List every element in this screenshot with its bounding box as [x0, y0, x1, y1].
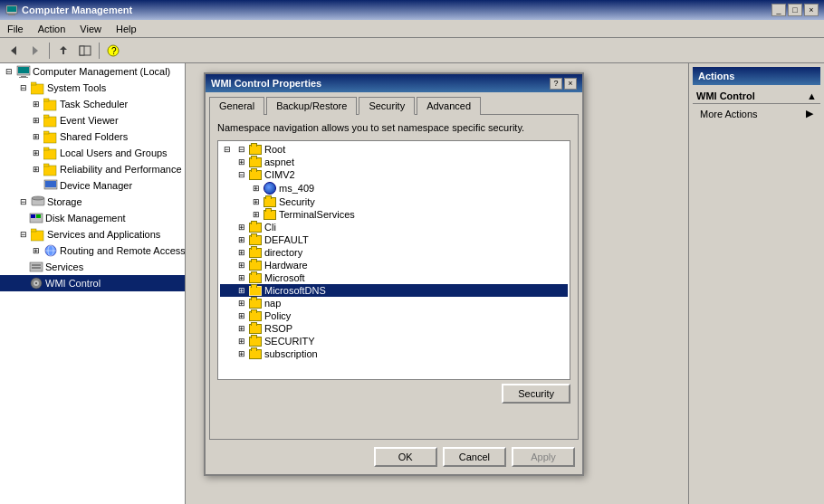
- ns-item-aspnet[interactable]: ⊞ aspnet: [220, 156, 568, 168]
- tree-routing[interactable]: ⊞ Routing and Remote Access: [0, 242, 185, 259]
- menu-help[interactable]: Help: [109, 22, 144, 36]
- ns-item-microsoftdns[interactable]: ⊞ MicrosoftDNS: [220, 284, 568, 297]
- services-label: Services: [45, 262, 83, 272]
- services-apps-expand[interactable]: ⊟: [16, 227, 31, 242]
- tree-event-viewer[interactable]: ⊞ Event Viewer: [0, 112, 185, 128]
- services-icon: [29, 260, 43, 274]
- tabs-container: General Backup/Restore Security Advanced: [206, 92, 582, 114]
- ns-folder-policy: [249, 311, 262, 321]
- tab-advanced[interactable]: Advanced: [417, 97, 481, 115]
- tree-task-scheduler[interactable]: ⊞ Task Scheduler: [0, 96, 185, 112]
- main-layout: ⊟ Computer Management (Local) ⊟ System T…: [0, 63, 824, 504]
- tree-local-users[interactable]: ⊞ Local Users and Groups: [0, 145, 185, 161]
- ns-item-security-root[interactable]: ⊞ SECURITY: [220, 335, 568, 347]
- tree-services-apps[interactable]: ⊟ Services and Applications: [0, 226, 185, 242]
- menu-view[interactable]: View: [72, 22, 109, 36]
- disk-management-label: Disk Management: [45, 213, 126, 223]
- maximize-button[interactable]: □: [788, 4, 802, 16]
- more-actions-item[interactable]: More Actions ▶: [693, 106, 820, 121]
- reliability-expand[interactable]: ⊞: [29, 162, 43, 176]
- ns-item-hardware[interactable]: ⊞ Hardware: [220, 259, 568, 271]
- svg-rect-18: [43, 100, 56, 110]
- tree-root[interactable]: ⊟ Computer Management (Local): [0, 63, 185, 80]
- menu-action[interactable]: Action: [31, 22, 73, 36]
- ns-folder-subscription: [249, 349, 262, 359]
- more-actions-arrow: ▶: [806, 108, 813, 119]
- ns-item-terminalservices[interactable]: ⊞ TerminalServices: [220, 208, 568, 221]
- tab-security[interactable]: Security: [359, 97, 415, 115]
- minimize-button[interactable]: _: [771, 4, 786, 16]
- ns-folder-cimv2: [249, 170, 262, 180]
- forward-button[interactable]: [25, 41, 45, 61]
- tree-shared-folders[interactable]: ⊞ Shared Folders: [0, 128, 185, 145]
- tree-system-tools[interactable]: ⊟ System Tools: [0, 80, 185, 96]
- back-button[interactable]: [4, 41, 24, 61]
- svg-rect-42: [32, 264, 41, 266]
- toolbar: ?: [0, 38, 824, 63]
- ns-item-directory[interactable]: ⊞ directory: [220, 246, 568, 259]
- system-tools-label: System Tools: [47, 82, 106, 93]
- tree-device-manager[interactable]: Device Manager: [0, 177, 185, 194]
- help-button[interactable]: ?: [103, 41, 123, 61]
- shared-folders-label: Shared Folders: [60, 131, 128, 142]
- security-button[interactable]: Security: [502, 384, 570, 404]
- up-button[interactable]: [53, 41, 73, 61]
- routing-expand[interactable]: ⊞: [29, 243, 43, 258]
- ns-item-cli[interactable]: ⊞ Cli: [220, 221, 568, 233]
- title-bar-left: Computer Management: [5, 4, 132, 16]
- svg-rect-17: [31, 82, 36, 85]
- dialog-help-button[interactable]: ?: [550, 78, 562, 90]
- show-hide-button[interactable]: [75, 41, 95, 61]
- storage-expand[interactable]: ⊟: [16, 195, 31, 209]
- ns-item-default[interactable]: ⊞ DEFAULT: [220, 233, 568, 246]
- svg-rect-30: [45, 181, 56, 187]
- svg-rect-36: [31, 231, 43, 241]
- apply-button[interactable]: Apply: [512, 447, 575, 467]
- actions-title: Actions: [698, 71, 734, 81]
- ns-folder-terminalservices: [263, 210, 276, 220]
- title-bar: Computer Management _ □ ×: [0, 0, 824, 20]
- cancel-button[interactable]: Cancel: [443, 447, 506, 467]
- dialog-title-buttons[interactable]: ? ×: [550, 78, 577, 90]
- ns-item-policy[interactable]: ⊞ Policy: [220, 309, 568, 322]
- tree-disk-management[interactable]: Disk Management: [0, 210, 185, 226]
- ns-item-ms409[interactable]: ⊞ ms_409: [220, 181, 568, 195]
- event-viewer-label: Event Viewer: [60, 115, 119, 126]
- shared-folders-expand[interactable]: ⊞: [29, 129, 43, 144]
- actions-header: Actions: [693, 67, 820, 85]
- tree-storage[interactable]: ⊟ Storage: [0, 194, 185, 210]
- ok-button[interactable]: OK: [374, 447, 437, 467]
- actions-wmi-control-header: WMI Control ▲: [693, 89, 820, 104]
- collapse-icon[interactable]: ▲: [807, 90, 817, 101]
- wmi-control-label: WMI Control: [45, 278, 101, 289]
- routing-label: Routing and Remote Access: [60, 245, 186, 256]
- event-viewer-expand[interactable]: ⊞: [29, 113, 43, 128]
- svg-point-46: [35, 282, 37, 284]
- tab-general[interactable]: General: [209, 97, 264, 115]
- svg-rect-3: [8, 14, 15, 15]
- tree-services[interactable]: Services: [0, 259, 185, 275]
- ns-item-nap[interactable]: ⊞ nap: [220, 297, 568, 309]
- ns-item-microsoft[interactable]: ⊞ Microsoft: [220, 271, 568, 284]
- tree-reliability[interactable]: ⊞ Reliability and Performance: [0, 161, 185, 177]
- title-bar-buttons[interactable]: _ □ ×: [771, 4, 819, 16]
- more-actions-label: More Actions: [700, 109, 758, 119]
- ns-item-security-cimv2[interactable]: ⊞ Security: [220, 195, 568, 208]
- namespace-tree[interactable]: ⊟ ⊟ Root ⊞ aspnet ⊟ CIM: [217, 140, 570, 380]
- close-button[interactable]: ×: [804, 4, 819, 16]
- svg-rect-13: [18, 67, 29, 73]
- menu-file[interactable]: File: [0, 22, 31, 36]
- system-tools-expand[interactable]: ⊟: [16, 81, 31, 95]
- ns-item-cimv2[interactable]: ⊟ CIMV2: [220, 168, 568, 181]
- ns-item-rsop[interactable]: ⊞ RSOP: [220, 322, 568, 335]
- root-expand-icon[interactable]: ⊟: [2, 64, 16, 79]
- ns-item-root[interactable]: ⊟ ⊟ Root: [220, 143, 568, 156]
- security-btn-area: Security: [217, 380, 570, 407]
- local-users-expand[interactable]: ⊞: [29, 146, 43, 160]
- dialog-close-button[interactable]: ×: [564, 78, 577, 90]
- tree-wmi-control[interactable]: WMI Control: [0, 275, 185, 291]
- tab-backup-restore[interactable]: Backup/Restore: [266, 97, 357, 115]
- task-scheduler-expand[interactable]: ⊞: [29, 97, 43, 111]
- svg-point-32: [32, 196, 44, 200]
- ns-item-subscription[interactable]: ⊞ subscription: [220, 347, 568, 360]
